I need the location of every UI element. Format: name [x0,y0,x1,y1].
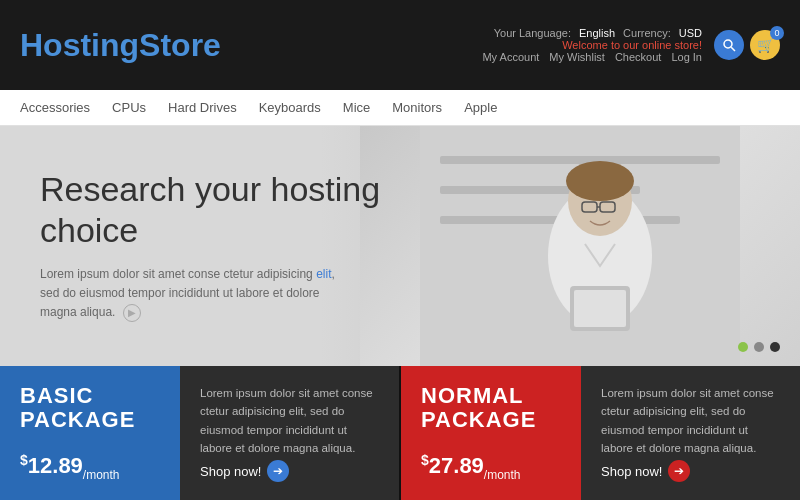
normal-package-right: Lorem ipsum dolor sit amet conse ctetur … [581,366,800,500]
basic-price-value: 12.89 [28,454,83,479]
basic-package-name: BASICPACKAGE [20,384,160,432]
svg-rect-3 [440,156,720,164]
basic-price-currency: $ [20,452,28,468]
normal-shop-now-link[interactable]: Shop now! ➔ [601,460,780,482]
checkout-link[interactable]: Checkout [615,51,661,63]
my-account-link[interactable]: My Account [482,51,539,63]
basic-shop-icon: ➔ [267,460,289,482]
basic-package-right: Lorem ipsum dolor sit amet conse ctetur … [180,366,399,500]
search-icon [722,38,736,52]
header-meta: Your Language: English Currency: USD Wel… [482,27,780,63]
dot-3[interactable] [770,342,780,352]
info-icon: ▶ [123,304,141,322]
packages-section: BASICPACKAGE $12.89/month Lorem ipsum do… [0,366,800,500]
basic-package: BASICPACKAGE $12.89/month Lorem ipsum do… [0,366,399,500]
nav-cpus[interactable]: CPUs [112,100,146,115]
dot-2[interactable] [754,342,764,352]
welcome-text: Welcome to our online store! [562,39,702,51]
svg-point-0 [724,40,732,48]
basic-shop-label: Shop now! [200,464,261,479]
nav-accessories[interactable]: Accessories [20,100,90,115]
logo[interactable]: HostingStore [20,29,221,61]
basic-package-desc: Lorem ipsum dolor sit amet conse ctetur … [200,384,379,458]
nav-hard-drives[interactable]: Hard Drives [168,100,237,115]
normal-package-price: $27.89/month [421,452,561,482]
my-wishlist-link[interactable]: My Wishlist [549,51,605,63]
logo-text-hosting: Hosting [20,27,139,63]
normal-package: NORMALPACKAGE $27.89/month Lorem ipsum d… [401,366,800,500]
normal-package-left: NORMALPACKAGE $27.89/month [401,366,581,500]
hero-section: Research your hosting choice Lorem ipsum… [0,126,800,366]
hero-dots [738,342,780,352]
nav-apple[interactable]: Apple [464,100,497,115]
header-top-row: Your Language: English Currency: USD Wel… [482,27,780,63]
hero-title: Research your hosting choice [40,169,440,251]
language-value[interactable]: English [579,27,615,39]
basic-shop-now-link[interactable]: Shop now! ➔ [200,460,379,482]
dot-1[interactable] [738,342,748,352]
svg-point-8 [566,161,634,201]
basic-package-price: $12.89/month [20,452,160,482]
language-label: Your Language: [494,27,571,39]
hero-text: Lorem ipsum dolor sit amet conse ctetur … [40,265,350,323]
nav-monitors[interactable]: Monitors [392,100,442,115]
normal-shop-icon: ➔ [668,460,690,482]
hero-content: Research your hosting choice Lorem ipsum… [0,139,480,352]
site-header: HostingStore Your Language: English Curr… [0,0,800,90]
normal-package-name: NORMALPACKAGE [421,384,561,432]
currency-value[interactable]: USD [679,27,702,39]
main-nav: Accessories CPUs Hard Drives Keyboards M… [0,90,800,126]
nav-mice[interactable]: Mice [343,100,370,115]
svg-line-1 [731,47,735,51]
logo-text-store: Store [139,27,221,63]
svg-rect-13 [574,290,626,327]
lang-currency: Your Language: English Currency: USD [494,27,702,39]
currency-label: Currency: [623,27,671,39]
search-button[interactable] [714,30,744,60]
login-link[interactable]: Log In [671,51,702,63]
cart-icon: 🛒 [757,37,774,53]
normal-package-desc: Lorem ipsum dolor sit amet conse ctetur … [601,384,780,458]
normal-price-value: 27.89 [429,454,484,479]
basic-package-left: BASICPACKAGE $12.89/month [0,366,180,500]
normal-price-currency: $ [421,452,429,468]
cart-button[interactable]: 🛒 0 [750,30,780,60]
normal-price-period: /month [484,468,521,482]
normal-shop-label: Shop now! [601,464,662,479]
basic-price-period: /month [83,468,120,482]
nav-keyboards[interactable]: Keyboards [259,100,321,115]
cart-badge: 0 [770,26,784,40]
header-links: My Account My Wishlist Checkout Log In [482,51,702,63]
header-controls: 🛒 0 [714,30,780,60]
